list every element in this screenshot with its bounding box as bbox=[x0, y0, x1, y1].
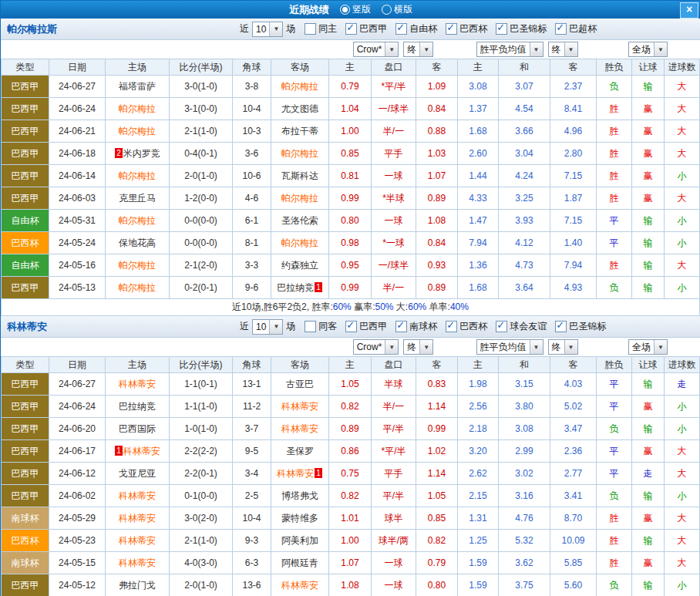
checkbox-box[interactable] bbox=[446, 321, 457, 332]
handicap-result-cell: 输 bbox=[632, 373, 665, 396]
team-name-text: 阿根廷青 bbox=[281, 557, 318, 568]
asia-away-odds: 0.93 bbox=[416, 254, 458, 277]
filter-checkbox-南球杯[interactable]: 南球杯 bbox=[395, 320, 437, 333]
layout-radio-horizontal[interactable]: 横版 bbox=[382, 3, 412, 16]
team-name-text: 福塔雷萨 bbox=[119, 81, 156, 92]
asia-away-odds: 0.89 bbox=[416, 277, 458, 299]
column-header: 客 bbox=[550, 59, 597, 76]
handicap-cell: 平/半 bbox=[372, 418, 416, 440]
close-button[interactable]: × bbox=[680, 2, 698, 19]
team-name-text: 科林蒂安 bbox=[119, 535, 156, 546]
euro-draw-odds: 3.66 bbox=[499, 120, 550, 143]
date-cell: 24-05-23 bbox=[49, 530, 106, 552]
filter-checkbox-球会友谊[interactable]: 球会友谊 bbox=[496, 320, 547, 333]
bookmaker-select[interactable]: Crow* ▼ bbox=[353, 42, 399, 57]
result-cell: 胜 bbox=[597, 120, 632, 143]
home-team-cell: 巴拉纳竞 bbox=[106, 396, 170, 418]
euro-away-odds: 3.47 bbox=[550, 418, 597, 440]
team-name-text: 科林蒂安 bbox=[119, 557, 156, 568]
euro-draw-odds: 3.07 bbox=[499, 76, 550, 98]
team-name-text: 帕尔梅拉 bbox=[119, 126, 156, 136]
match-row: 巴西甲24-06-24巴拉纳竞1-1(1-0)11-2科林蒂安0.82半/一1.… bbox=[2, 396, 700, 418]
asia-home-odds: 1.01 bbox=[329, 507, 372, 530]
match-count-value: 10 bbox=[253, 22, 269, 36]
checkbox-box[interactable] bbox=[496, 321, 507, 332]
team-name-text: 博塔弗戈 bbox=[281, 490, 318, 501]
result-cell: 平 bbox=[597, 440, 632, 463]
checkbox-box[interactable] bbox=[345, 321, 357, 332]
asia-home-odds: 0.86 bbox=[329, 440, 372, 463]
checkbox-box[interactable] bbox=[345, 23, 357, 35]
filter-checkbox-巴西杯[interactable]: 巴西杯 bbox=[446, 22, 487, 35]
euro-stage-select[interactable]: 终 ▼ bbox=[548, 42, 578, 57]
asia-stage-select[interactable]: 终 ▼ bbox=[403, 42, 433, 57]
euro-stage-select-value: 终 bbox=[549, 340, 564, 354]
result-cell: 胜 bbox=[597, 165, 632, 187]
away-team-cell: 瓦斯科达 bbox=[271, 165, 329, 187]
scope-select[interactable]: 全场 ▼ bbox=[628, 339, 668, 355]
euro-home-odds: 1.68 bbox=[458, 120, 499, 143]
handicap-cell: 球半/两 bbox=[372, 530, 416, 552]
euro-away-odds: 2.80 bbox=[550, 143, 597, 165]
checkbox-box[interactable] bbox=[305, 23, 316, 35]
checkbox-label: 球会友谊 bbox=[510, 320, 547, 333]
chevron-down-icon: ▼ bbox=[269, 320, 282, 334]
euro-odds-select-value: 胜平负均值 bbox=[477, 340, 530, 354]
home-team-cell: 弗拉门戈 bbox=[106, 574, 170, 596]
filter-checkbox-巴圣锦标[interactable]: 巴圣锦标 bbox=[555, 320, 606, 333]
filter-checkbox-巴圣锦标[interactable]: 巴圣锦标 bbox=[496, 22, 547, 35]
asia-stage-select[interactable]: 终 ▼ bbox=[403, 339, 433, 355]
radio-icon bbox=[382, 5, 392, 15]
home-team-cell: 克里丘马 bbox=[106, 187, 170, 210]
asia-away-odds: 1.03 bbox=[416, 143, 458, 165]
euro-away-odds: 8.41 bbox=[550, 98, 597, 120]
corners-cell: 10-6 bbox=[233, 165, 271, 187]
match-count-select[interactable]: 10 ▼ bbox=[252, 319, 283, 335]
team-name-text: 帕尔梅拉 bbox=[281, 237, 318, 248]
goals-cell: 小 bbox=[665, 232, 700, 254]
checkbox-box[interactable] bbox=[305, 321, 316, 332]
league-cell: 巴西甲 bbox=[2, 485, 49, 507]
euro-odds-select[interactable]: 胜平负均值 ▼ bbox=[476, 42, 544, 57]
score-cell: 1-1(0-1) bbox=[170, 373, 233, 396]
games-label: 场 bbox=[286, 320, 295, 333]
euro-stage-select[interactable]: 终 ▼ bbox=[548, 339, 578, 355]
filter-checkbox-巴西甲[interactable]: 巴西甲 bbox=[345, 22, 387, 35]
checkbox-box[interactable] bbox=[496, 23, 507, 35]
asia-away-odds: 0.84 bbox=[416, 232, 458, 254]
filter-checkbox-巴超杯[interactable]: 巴超杯 bbox=[555, 22, 597, 35]
euro-odds-select[interactable]: 胜平负均值 ▼ bbox=[476, 339, 544, 355]
checkbox-box[interactable] bbox=[446, 23, 457, 35]
euro-away-odds: 5.85 bbox=[550, 552, 597, 574]
asia-away-odds: 1.02 bbox=[416, 440, 458, 463]
filter-checkbox-巴西杯[interactable]: 巴西杯 bbox=[446, 320, 487, 333]
chevron-down-icon: ▼ bbox=[654, 340, 667, 354]
red-card-badge: 1 bbox=[315, 468, 322, 478]
match-row: 巴西甲24-06-182米内罗竞0-4(0-1)3-6帕尔梅拉0.85平手1.0… bbox=[2, 143, 700, 165]
checkbox-label: 巴圣锦标 bbox=[510, 22, 547, 35]
scope-select[interactable]: 全场 ▼ bbox=[628, 42, 668, 57]
filter-checkbox-自由杯[interactable]: 自由杯 bbox=[395, 22, 437, 35]
handicap-cell: 一球 bbox=[372, 165, 416, 187]
scope-controls: 全场 ▼ bbox=[597, 40, 700, 59]
filter-checkbox-同客[interactable]: 同客 bbox=[305, 320, 337, 333]
filter-checkbox-巴西甲[interactable]: 巴西甲 bbox=[345, 320, 387, 333]
checkbox-box[interactable] bbox=[555, 321, 567, 332]
score-cell: 0-2(0-1) bbox=[170, 277, 233, 299]
filter-checkbox-同主[interactable]: 同主 bbox=[305, 22, 337, 35]
checkbox-box[interactable] bbox=[395, 23, 407, 35]
handicap-cell: 一/球半 bbox=[372, 98, 416, 120]
bookmaker-select[interactable]: Crow* ▼ bbox=[353, 339, 399, 355]
header-spacer bbox=[2, 40, 329, 59]
checkbox-box[interactable] bbox=[555, 23, 567, 35]
euro-home-odds: 1.44 bbox=[458, 165, 499, 187]
match-count-select[interactable]: 10 ▼ bbox=[252, 22, 283, 37]
chevron-down-icon: ▼ bbox=[419, 42, 432, 56]
corners-cell: 9-3 bbox=[233, 530, 271, 552]
handicap-cell: 平/半 bbox=[372, 485, 416, 507]
layout-radio-vertical[interactable]: 竖版 bbox=[340, 3, 371, 16]
away-team-cell: 帕尔梅拉 bbox=[271, 76, 329, 98]
team-name-text: 帕尔梅拉 bbox=[119, 215, 156, 226]
asia-home-odds: 0.85 bbox=[329, 143, 372, 165]
checkbox-box[interactable] bbox=[395, 321, 407, 332]
